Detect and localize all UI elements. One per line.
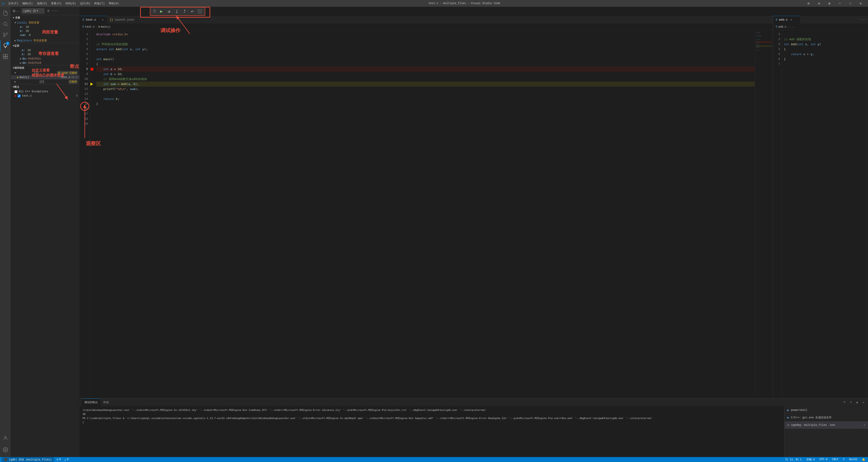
watch-title: 监视 bbox=[14, 44, 19, 48]
menu-run[interactable]: 运行(R) bbox=[78, 1, 92, 6]
activity-account[interactable] bbox=[0, 433, 11, 443]
all-cpp-exceptions[interactable]: All C++ Exceptions bbox=[11, 90, 80, 94]
tab-test-c-close[interactable]: ✕ bbox=[101, 18, 104, 22]
terminal-output[interactable]: rs\bin\WindowsDebugLauncher.exe' '--stdi… bbox=[80, 406, 784, 457]
menu-file[interactable]: 文件(F) bbox=[6, 1, 20, 6]
watch-header[interactable]: ▼ 监视 bbox=[11, 43, 80, 49]
right-scroll-indicator bbox=[866, 30, 868, 398]
code-content-right[interactable]: // Add 函数的实现 int Add(int x, int y) { ret bbox=[782, 30, 866, 398]
tab-launch-json[interactable]: {} launch.json bbox=[107, 16, 137, 24]
terminal-tab-terminal[interactable]: 终端 bbox=[101, 398, 112, 406]
notifications-status[interactable]: 🔔 bbox=[861, 458, 866, 461]
close-terminal-button[interactable]: ✕ bbox=[861, 400, 866, 405]
menu-view[interactable]: 查看(V) bbox=[49, 1, 63, 6]
minimize-button[interactable]: — bbox=[835, 0, 845, 7]
terminal-powershell[interactable]: ▶ powershell bbox=[784, 406, 868, 414]
layout3-icon[interactable]: ⊞ bbox=[824, 0, 835, 7]
menu-help[interactable]: 帮助(H) bbox=[107, 1, 121, 6]
drag-handle-icon[interactable]: ⠿ bbox=[152, 9, 157, 14]
debug-status-label: (gdb) 启动 (multiple_files) bbox=[9, 458, 52, 462]
breakpoints-header[interactable]: ▼ 断点 bbox=[11, 84, 80, 90]
layout2-icon[interactable]: ⊡ bbox=[814, 0, 824, 7]
spaces-status[interactable]: 空格:4 bbox=[805, 458, 816, 462]
locals-label: Locals bbox=[17, 21, 27, 24]
svg-point-0 bbox=[4, 22, 7, 25]
code-line-17 bbox=[96, 112, 755, 117]
registers-header[interactable]: ▶ Registers 寄存器查看 bbox=[13, 38, 80, 43]
terminal-tab-bar: 调试控制台 终端 + ⌥ ▲ ✕ bbox=[80, 398, 868, 406]
maximize-button[interactable]: ❐ bbox=[845, 0, 855, 7]
continue-button[interactable]: ▶ bbox=[158, 8, 164, 14]
all-cpp-checkbox[interactable] bbox=[14, 90, 18, 93]
variables-header[interactable]: ▼ 变量 bbox=[11, 15, 80, 20]
debug-status-item[interactable]: ⬛ (gdb) 启动 (multiple_files) bbox=[2, 457, 54, 462]
locals-desc: 局部变量 bbox=[29, 21, 39, 25]
tab-test-c[interactable]: C test.c ✕ bbox=[80, 16, 107, 24]
test-c-breakpoint[interactable]: ● test.c 8 bbox=[11, 94, 80, 98]
chevron-down-icon: ▼ bbox=[37, 10, 38, 12]
test-c-bp-label: test.c bbox=[22, 94, 32, 97]
callstack-frame1-header[interactable]: ▼ [1] 因 STEP 已暂停 bbox=[11, 70, 80, 75]
terminal-build[interactable]: ▶ C/C++: gcc.exe 生成活动文件 bbox=[784, 414, 868, 421]
language-label: C bbox=[843, 458, 845, 461]
restart-button[interactable]: ↩ bbox=[189, 8, 195, 14]
line-col-status[interactable]: 行 11，列 1 bbox=[784, 458, 803, 462]
platform-status[interactable]: Win32 bbox=[848, 458, 858, 461]
terminal-content-area: rs\bin\WindowsDebugLauncher.exe' '--stdi… bbox=[80, 406, 868, 457]
errors-status[interactable]: ⊗ 0 bbox=[56, 458, 62, 461]
debug-run-toolbar: 运... (gdb) 启 ▼ ··· bbox=[11, 7, 80, 15]
activity-debug[interactable]: 1 bbox=[0, 40, 11, 51]
callstack-header[interactable]: ▼ 调用堆栈 bbox=[11, 65, 80, 70]
activity-source-control[interactable] bbox=[0, 29, 11, 40]
watch-addr-b[interactable]: ▶ &b: 0x61fe18 bbox=[14, 61, 80, 65]
activity-explorer[interactable] bbox=[0, 8, 11, 19]
encoding-status[interactable]: UTF-8 bbox=[818, 458, 829, 461]
split-editor-button[interactable]: ··· bbox=[861, 17, 866, 22]
language-status[interactable]: C bbox=[842, 458, 846, 461]
stop-button[interactable]: ⬛ bbox=[197, 8, 203, 14]
maximize-terminal-button[interactable]: ▲ bbox=[855, 400, 860, 405]
editor-panel-right: C add.c ✕ ··· C add.c › bbox=[773, 16, 868, 398]
code-line-19 bbox=[96, 121, 755, 126]
code-line-12: printf("%d\n", sum); bbox=[96, 87, 755, 92]
frame2-expand-icon: ▶ bbox=[14, 80, 16, 84]
code-line-7: { bbox=[96, 62, 755, 67]
build-icon: ▶ bbox=[787, 415, 789, 420]
watch-addr-a[interactable]: ▶ &a: 0x61fe1c bbox=[14, 57, 80, 61]
split-terminal-button[interactable]: ⌥ bbox=[848, 400, 854, 405]
menu-terminal[interactable]: 终端(T) bbox=[92, 1, 106, 6]
tab-add-c[interactable]: C add.c ✕ bbox=[773, 16, 800, 24]
menu-selection[interactable]: 选择(S) bbox=[35, 1, 49, 6]
right-panel-tabs: C add.c ✕ ··· bbox=[773, 16, 868, 24]
code-line-5 bbox=[96, 52, 755, 57]
debug-more-button[interactable]: ··· bbox=[53, 8, 58, 13]
warnings-status[interactable]: △ 0 bbox=[64, 458, 69, 461]
add-terminal-button[interactable]: + bbox=[842, 400, 847, 405]
test-c-bp-checkbox[interactable] bbox=[18, 95, 21, 97]
step-over-button[interactable]: ↺ bbox=[166, 8, 172, 14]
layout-icon[interactable]: ⊟ bbox=[803, 0, 814, 7]
breakpoints-collapse-icon: ▼ bbox=[13, 86, 14, 88]
menu-goto[interactable]: 转到(G) bbox=[64, 1, 78, 6]
step-into-button[interactable]: ⤴ bbox=[174, 8, 180, 14]
callstack-frame2-header[interactable]: ▶ [2] 已暂停 bbox=[11, 80, 80, 84]
right-code-line-6: } bbox=[784, 57, 864, 62]
code-content-left[interactable]: #include <stdio.h> // 声明来自外部的函数 bbox=[94, 30, 755, 398]
terminal-debug[interactable]: ⚙ cppdbg: multiple_files .exe ✓ bbox=[784, 421, 868, 429]
locals-header[interactable]: ▼ Locals 局部变量 bbox=[13, 20, 80, 25]
line-ending-status[interactable]: CRLF bbox=[831, 458, 839, 461]
callstack-main[interactable]: ▶ main() test.c 11:1 bbox=[11, 75, 80, 80]
activity-search[interactable] bbox=[0, 19, 11, 29]
terminal-area: 调试控制台 终端 + ⌥ ▲ ✕ bbox=[80, 398, 868, 457]
activity-extensions[interactable] bbox=[0, 51, 11, 62]
gutter-indicators bbox=[90, 30, 94, 398]
add-c-tab-close[interactable]: ✕ bbox=[790, 18, 792, 22]
debug-config-select[interactable]: (gdb) 启 ▼ bbox=[22, 8, 44, 13]
activity-settings[interactable] bbox=[0, 444, 11, 455]
close-button[interactable]: ✕ bbox=[855, 0, 866, 7]
terminal-tab-debug-console[interactable]: 调试控制台 bbox=[82, 398, 101, 406]
encoding-label: UTF-8 bbox=[819, 458, 828, 461]
menu-edit[interactable]: 编辑(E) bbox=[21, 1, 35, 6]
debug-settings-button[interactable] bbox=[46, 8, 51, 13]
step-out-button[interactable]: ⤴ bbox=[181, 8, 188, 14]
